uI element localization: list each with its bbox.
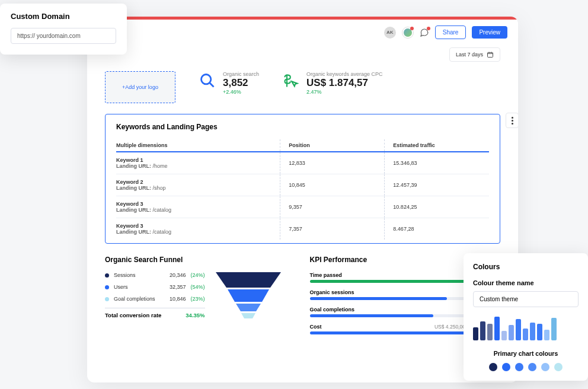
- kpi-value: US$ 1.874,57: [306, 77, 383, 89]
- custom-domain-card: Custom Domain: [0, 4, 127, 55]
- colours-card: Colours Colour theme name Primary chart …: [464, 253, 588, 381]
- svg-marker-2: [216, 272, 281, 288]
- avatar-user-ak[interactable]: AK: [384, 27, 396, 39]
- svg-marker-3: [228, 289, 269, 302]
- kpi-cpc: Organic keywords average CPC US$ 1.874,5…: [283, 71, 383, 95]
- funnel-row: Users32,357 (54%): [105, 284, 205, 290]
- sample-bar: [523, 329, 528, 340]
- colour-swatches: [473, 363, 579, 371]
- svg-rect-0: [488, 53, 493, 58]
- sample-bar: [544, 330, 549, 340]
- notification-dot: [427, 27, 430, 30]
- th-position: Position: [280, 139, 385, 151]
- kpi-value: 3,852: [223, 77, 259, 89]
- kpi-label: Organic search: [223, 71, 259, 77]
- sample-bar: [537, 324, 542, 340]
- keywords-table-section: Keywords and Landing Pages Multiple dime…: [105, 114, 500, 244]
- colour-swatch[interactable]: [502, 363, 510, 371]
- funnel-stats: Sessions20,346 (24%)Users32,357 (54%)Goa…: [105, 272, 205, 321]
- period-row: Last 7 days: [87, 45, 518, 68]
- period-label: Last 7 days: [456, 52, 483, 58]
- sample-bar: [494, 317, 500, 340]
- sample-bar: [487, 324, 493, 340]
- top-bar: AK Share Preview: [87, 20, 518, 45]
- kpi-change: 2.47%: [306, 89, 383, 95]
- table-row: Keyword 2Landing URL: /shop10,84512.457,…: [116, 174, 489, 196]
- kpi-label: Organic keywords average CPC: [306, 71, 383, 77]
- colour-theme-label: Colour theme name: [473, 279, 579, 286]
- colour-swatch[interactable]: [541, 363, 549, 371]
- sample-bar: [530, 323, 535, 340]
- section-title: Keywords and Landing Pages: [116, 123, 489, 131]
- sample-bar: [501, 331, 507, 340]
- th-traffic: Estimated traffic: [385, 139, 489, 151]
- funnel-panel: Organic Search Funnel Sessions20,346 (24…: [105, 256, 296, 341]
- preview-button[interactable]: Preview: [472, 26, 507, 39]
- calendar-icon: [487, 51, 494, 58]
- primary-colours-label: Primary chart colours: [473, 350, 579, 357]
- custom-domain-title: Custom Domain: [11, 12, 116, 21]
- sample-bar: [509, 325, 514, 340]
- table-row: Keyword 3Landing URL: /catalog7,3578.467…: [116, 218, 489, 240]
- panel-title: Organic Search Funnel: [105, 256, 296, 264]
- custom-domain-input[interactable]: [11, 28, 116, 44]
- comment-icon[interactable]: [420, 28, 429, 37]
- funnel-row: Goal completions10,846 (23%): [105, 296, 205, 302]
- colour-swatch[interactable]: [554, 363, 563, 371]
- colour-theme-input[interactable]: [473, 291, 579, 307]
- sample-bar: [551, 318, 557, 340]
- svg-marker-4: [236, 304, 261, 311]
- period-selector[interactable]: Last 7 days: [449, 47, 500, 62]
- add-logo-button[interactable]: +Add your logo: [105, 71, 175, 103]
- table-row: Keyword 1Landing URL: /home12,83315.346,…: [116, 152, 489, 174]
- th-dimensions: Multiple dimensions: [116, 139, 280, 151]
- dashboard-window: AK Share Preview Last 7 days +Add your l…: [87, 17, 518, 382]
- colour-swatch[interactable]: [515, 363, 523, 371]
- more-options-button[interactable]: [506, 113, 518, 128]
- funnel-row: Sessions20,346 (24%): [105, 272, 205, 278]
- colours-title: Colours: [473, 263, 579, 271]
- colour-swatch[interactable]: [489, 363, 497, 371]
- sample-bar: [473, 327, 478, 340]
- keywords-table: Multiple dimensions Position Estimated t…: [116, 139, 489, 240]
- kpi-change: +2.46%: [223, 89, 259, 95]
- colour-swatch[interactable]: [528, 363, 536, 371]
- bottom-row: Organic Search Funnel Sessions20,346 (24…: [87, 244, 518, 353]
- table-row: Keyword 3Landing URL: /catalog9,35710.82…: [116, 196, 489, 218]
- svg-point-1: [202, 75, 211, 84]
- kpi-organic-search: Organic search 3,852 +2.46%: [199, 71, 259, 95]
- dollar-cursor-icon: [283, 72, 299, 89]
- kpi-row: +Add your logo Organic search 3,852 +2.4…: [87, 68, 518, 114]
- svg-marker-5: [241, 313, 255, 318]
- share-button[interactable]: Share: [435, 25, 466, 39]
- colour-sample-chart: [473, 315, 579, 340]
- sample-bar: [480, 321, 485, 340]
- avatar-user-2[interactable]: [402, 27, 414, 39]
- sample-bar: [516, 319, 521, 340]
- search-icon: [199, 72, 216, 89]
- funnel-chart: [216, 272, 281, 321]
- notification-dot: [410, 27, 414, 30]
